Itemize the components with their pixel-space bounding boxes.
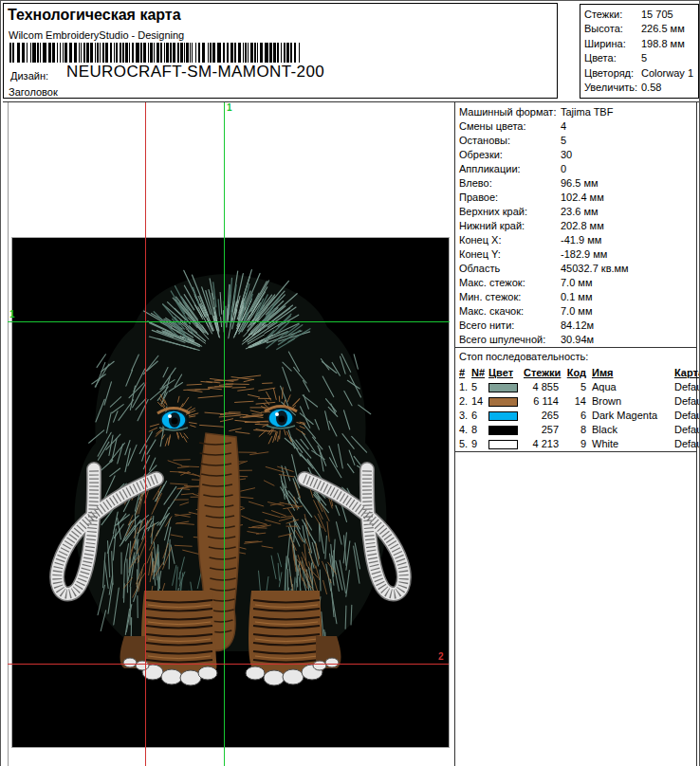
crosshair-green-vertical [224,102,225,766]
barcode-bar [30,43,31,63]
barcode-bar [234,43,236,63]
summary-value: Colorway 1 [641,66,693,81]
barcode-bar [157,43,159,63]
crosshair-green-horizontal [8,321,450,322]
barcode-bar [150,43,153,63]
marker-right-horizontal: 2 [438,652,444,662]
app-subtitle: Wilcom EmbroideryStudio - Designing [9,29,184,41]
info-value: -41.9 мм [561,233,601,247]
summary-row: Увеличить:0.58 [584,81,698,95]
barcode-bar [260,43,263,63]
column-header: Стежки [524,366,566,380]
stop-sequence-table: #N#ЦветСтежкиКодИмяКарта1.54 8555AquaDef… [455,366,696,451]
table-cell: 4 855 [524,380,566,394]
color-cell [488,440,524,449]
barcode-bar [217,43,221,63]
barcode-bar [212,43,215,63]
info-label: Мин. стежок: [459,290,561,304]
barcode-bar [122,43,124,63]
barcode-bar [154,43,155,63]
barcode-bar [69,43,72,63]
stop-table-row: 1.54 8555AquaDefault [455,380,696,394]
barcode-bar [170,43,172,63]
page-title: Технологическая карта [8,7,181,24]
column-header: Цвет [488,366,524,380]
info-value: 96.5 мм [561,176,599,191]
table-cell: 9 [566,437,592,451]
table-cell: Brown [592,394,674,409]
summary-row: Цвета:5 [584,51,698,65]
column-header: N# [471,366,488,380]
info-value: 5 [561,134,566,148]
barcode-bar [102,43,104,63]
info-value: 30 [561,148,572,162]
summary-value: 15 705 [641,8,673,22]
machine-info-rows: Машинный формат:Tajima TBFСмены цвета:4О… [455,102,696,347]
barcode-bar [250,43,253,63]
barcode-bar [79,43,80,63]
info-value: 7.0 мм [561,276,592,290]
barcode-bar [286,43,289,63]
summary-label: Ширина: [584,37,641,51]
table-cell: Default [674,380,700,394]
table-cell: 1. [459,380,471,394]
info-label: Правое: [459,191,561,205]
table-cell: 5 [566,380,592,394]
info-row: Смены цвета:4 [455,119,696,134]
info-row: Аппликации:0 [455,162,696,176]
barcode-bar [81,43,82,63]
barcode-bar [114,43,115,63]
info-row: Нижний край:202.8 мм [455,219,696,233]
summary-value: 198.8 мм [641,37,685,51]
barcode-bar [186,43,189,63]
summary-value: 0.58 [641,81,661,95]
table-cell: 6 114 [524,394,566,409]
info-label: Обрезки: [459,148,561,162]
info-row: Влево:96.5 мм [455,176,696,191]
info-label: Остановы: [459,134,561,148]
color-swatch [488,397,518,407]
color-cell [488,397,524,407]
barcode-bar [198,43,200,63]
barcode-bar [190,43,191,63]
barcode-bar [140,43,142,63]
table-cell: Default [674,423,700,437]
barcode-bar [290,43,292,63]
design-canvas [11,237,450,748]
barcode-bar [83,43,85,63]
color-swatch [488,411,518,421]
barcode-bar [90,43,93,63]
info-row: Правое:102.4 мм [455,191,696,205]
stop-table-row: 3.62656Dark MagentaDefault [455,409,696,423]
table-cell: Default [674,409,700,423]
barcode-bar [120,43,121,63]
info-value: 7.0 мм [561,304,592,319]
table-cell: 5 [471,380,488,394]
info-value: 102.4 мм [561,191,604,205]
tech-card-page: Технологическая карта Wilcom EmbroideryS… [0,0,700,766]
info-value: 84.12м [561,319,594,333]
info-label: Машинный формат: [459,105,561,119]
table-cell: 8 [471,423,488,437]
barcode-bar [125,43,128,63]
barcode-bar [136,43,139,63]
design-name: NEUROCRAFT-SM-MAMONT-200 [66,63,324,82]
barcode-bar [12,43,14,63]
table-cell: 14 [566,394,592,409]
summary-label: Стежки: [584,8,641,22]
info-row: Всего нити:84.12м [455,319,696,333]
barcode-bar [32,43,36,63]
info-label: Макс. скачок: [459,304,561,319]
barcode-bar [57,43,58,63]
barcode-bar [265,43,268,63]
stop-table-header: #N#ЦветСтежкиКодИмяКарта [455,366,696,380]
table-cell: 9 [471,437,488,451]
info-row: Всего шпулечной:30.94м [455,333,696,347]
barcode-bar [60,43,61,63]
barcode-bar [110,43,112,63]
barcode-bar [74,43,77,63]
info-label: Нижний край: [459,219,561,233]
barcode-bar [243,43,244,63]
barcode-bar [48,43,51,63]
info-value: 4 [561,119,566,134]
